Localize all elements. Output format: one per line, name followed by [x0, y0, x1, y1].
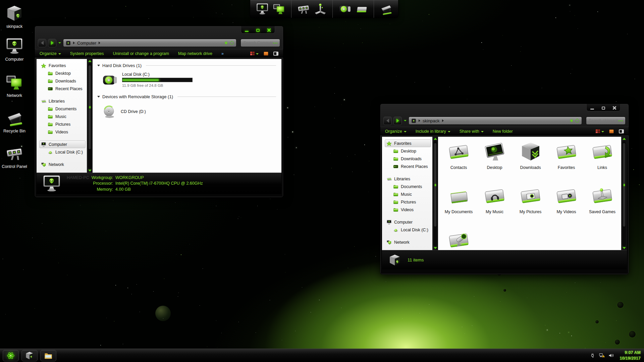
details-pane-icon[interactable] — [264, 52, 268, 56]
games-joystick-icon[interactable] — [314, 2, 327, 16]
breadcrumb-computer[interactable]: Computer — [77, 41, 96, 46]
toolbar-overflow-chevron[interactable]: » — [221, 51, 224, 56]
organize-menu[interactable]: Organize — [40, 51, 61, 56]
desktop-icon-skinpack[interactable]: skinpack — [1, 4, 28, 29]
grid-item-my-music[interactable]: My Music — [477, 183, 513, 227]
history-dropdown-icon[interactable] — [404, 120, 407, 121]
sidebar-item-network[interactable]: Network — [39, 161, 86, 168]
taskbar-button-skinpack[interactable] — [21, 350, 38, 361]
start-button[interactable] — [3, 350, 19, 361]
preview-pane-icon[interactable] — [619, 129, 624, 133]
network-icon[interactable] — [272, 2, 286, 16]
desktop-icon-network[interactable]: Network — [1, 73, 28, 98]
sidebar-item-computer[interactable]: Computer — [385, 218, 431, 226]
search-box[interactable] — [586, 117, 626, 125]
history-dropdown-icon[interactable] — [58, 42, 61, 44]
close-button[interactable] — [265, 27, 273, 33]
new-folder-button[interactable]: New folder — [493, 129, 513, 134]
breadcrumb-skinpack[interactable]: skinpack — [423, 118, 440, 123]
sidebar-item-music[interactable]: Music — [39, 113, 86, 120]
views-icon[interactable] — [596, 129, 604, 133]
sidebar-item-music[interactable]: Music — [385, 190, 431, 198]
grid-item-my-pictures[interactable]: My Pictures — [513, 183, 548, 227]
close-button[interactable] — [610, 105, 619, 111]
sidebar-item-libraries[interactable]: Libraries — [39, 97, 86, 105]
forward-button[interactable] — [48, 39, 56, 47]
hard-disk-icon[interactable] — [338, 2, 352, 16]
address-bar[interactable]: Computer — [63, 39, 236, 47]
views-icon[interactable] — [250, 52, 259, 55]
grid-item-my-videos[interactable]: My Videos — [548, 183, 584, 227]
desktop-icon-control-panel[interactable]: Control Panel — [1, 144, 28, 169]
group-header-removable[interactable]: Devices with Removable Storage (1) — [97, 94, 276, 99]
desktop-icon-computer[interactable]: Computer — [1, 37, 28, 62]
include-in-library-menu[interactable]: Include in library — [416, 129, 450, 134]
uninstall-program-button[interactable]: Uninstall or change a program — [113, 51, 169, 56]
sidebar-item-libraries[interactable]: Libraries — [385, 175, 431, 183]
sidebar-item-documents[interactable]: Documents — [39, 105, 86, 113]
sidebar-item-documents[interactable]: Documents — [385, 183, 431, 190]
search-box[interactable] — [240, 39, 280, 47]
sidebar-item-downloads[interactable]: Downloads — [39, 77, 86, 85]
back-button[interactable] — [383, 117, 392, 125]
content-scrollbar[interactable] — [621, 137, 627, 250]
breadcrumb-chevron-icon[interactable] — [99, 42, 100, 44]
scroll-down-icon[interactable] — [623, 247, 626, 249]
sidebar-item-desktop[interactable]: Desktop — [385, 147, 431, 155]
grid-item-desktop[interactable]: Desktop — [477, 139, 513, 183]
sidebar-item-computer[interactable]: Computer — [39, 140, 86, 148]
back-button[interactable] — [38, 39, 46, 47]
sidebar-item-recent-places[interactable]: Recent Places — [39, 85, 86, 93]
recycle-bin-icon[interactable] — [379, 2, 393, 16]
scroll-up-icon[interactable] — [623, 138, 626, 140]
taskbar-button-explorer[interactable] — [40, 350, 56, 361]
grid-item-saved-games[interactable]: Saved Games — [584, 183, 620, 227]
search-input[interactable] — [589, 118, 619, 123]
sidebar-item-desktop[interactable]: Desktop — [39, 69, 86, 77]
computer-icon[interactable] — [256, 2, 269, 16]
sidebar-item-network[interactable]: Network — [385, 238, 431, 246]
sidebar-item-videos[interactable]: Videos — [39, 128, 86, 136]
sidebar-item-local-disk[interactable]: Local Disk (C:) — [385, 226, 431, 234]
breadcrumb-chevron-icon[interactable] — [73, 42, 75, 44]
sidebar-scrollbar[interactable] — [432, 137, 438, 250]
desktop-icon-recycle-bin[interactable]: Recycle Bin — [1, 109, 28, 133]
breadcrumb-chevron-icon[interactable] — [442, 119, 444, 122]
local-disk-item[interactable]: Local Disk (C:) 11.9 GB free of 24.8 GB — [102, 72, 276, 88]
sidebar-item-local-disk[interactable]: Local Disk (C:) — [39, 148, 86, 156]
control-panel-icon[interactable] — [297, 2, 310, 16]
taskbar-clock[interactable]: 9:07 AM 10/19/2017 — [618, 350, 641, 361]
refresh-icon[interactable] — [230, 41, 234, 45]
minimize-button[interactable] — [588, 105, 597, 111]
sidebar-item-favorites[interactable]: Favorites — [385, 139, 431, 147]
system-properties-button[interactable]: System properties — [70, 51, 104, 56]
sidebar-item-videos[interactable]: Videos — [385, 206, 431, 214]
grid-item-my-documents[interactable]: My Documents — [441, 183, 477, 227]
details-pane-icon[interactable] — [609, 129, 614, 133]
minimize-button[interactable] — [243, 27, 251, 33]
sidebar-item-favorites[interactable]: Favorites — [39, 62, 86, 69]
drive-icon[interactable] — [355, 2, 368, 16]
maximize-button[interactable] — [254, 27, 262, 33]
scrollbar-thumb[interactable] — [433, 143, 437, 227]
grid-item-searches[interactable] — [441, 227, 477, 250]
scrollbar-thumb[interactable] — [88, 65, 92, 149]
sidebar-scrollbar[interactable] — [87, 59, 93, 173]
cd-drive-item[interactable]: CD Drive (D:) — [102, 105, 276, 119]
group-header-hard-disks[interactable]: Hard Disk Drives (1) — [97, 63, 276, 68]
preview-pane-icon[interactable] — [273, 52, 278, 56]
grid-item-favorites[interactable]: Favorites — [548, 139, 584, 183]
scrollbar-thumb[interactable] — [622, 143, 626, 227]
sidebar-item-downloads[interactable]: Downloads — [385, 155, 431, 163]
breadcrumb-chevron-icon[interactable] — [419, 119, 420, 122]
grid-item-contacts[interactable]: Contacts — [441, 139, 477, 183]
forward-button[interactable] — [393, 117, 402, 125]
scroll-up-icon[interactable] — [434, 138, 437, 140]
grid-item-downloads[interactable]: Downloads — [513, 139, 548, 183]
grid-item-links[interactable]: Links — [584, 139, 620, 183]
map-network-drive-button[interactable]: Map network drive — [178, 51, 212, 56]
search-input[interactable] — [243, 41, 273, 45]
scroll-down-icon[interactable] — [434, 247, 437, 249]
sidebar-item-pictures[interactable]: Pictures — [385, 198, 431, 206]
volume-icon[interactable] — [608, 352, 614, 359]
